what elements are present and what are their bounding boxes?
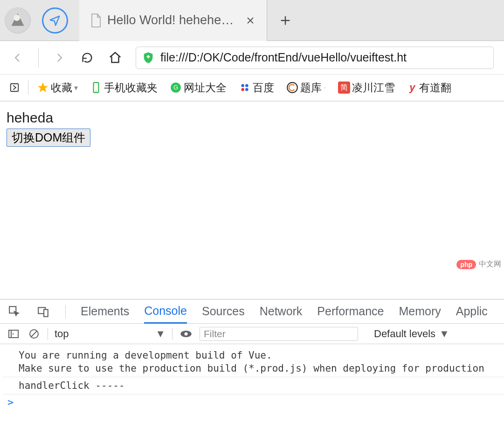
tab-performance[interactable]: Performance (317, 299, 384, 324)
bookmark-ling[interactable]: 简 凌川江雪 (334, 79, 399, 96)
tab-title: Hello World! heheheheh (107, 13, 238, 27)
filter-input[interactable]: Filter (200, 327, 358, 341)
brand-badge: php 中文网 (456, 259, 501, 269)
bookmark-baidu[interactable]: 百度 (235, 79, 278, 96)
bookmark-youdao[interactable]: y 有道翻 (403, 79, 455, 96)
browser-nav-bar: file:///D:/OK/Code/frontEnd/vueHello/vue… (0, 41, 504, 75)
device-toggle-icon[interactable] (36, 305, 50, 319)
divider (65, 305, 66, 318)
bookmark-toggle-icon[interactable] (6, 81, 23, 94)
bookmark-label: 百度 (253, 81, 274, 95)
shield-icon (142, 51, 155, 64)
svg-rect-2 (11, 84, 19, 92)
browser-tab-strip: Hello World! heheheheh (0, 0, 504, 41)
tab-console[interactable]: Console (144, 299, 187, 324)
topic-icon (286, 81, 298, 94)
context-selector[interactable]: top ▼ (55, 328, 166, 340)
console-toolbar: top ▼ Filter Default levels ▼ (0, 324, 504, 344)
brand-pill: php (456, 260, 476, 269)
location-arrow-icon[interactable] (42, 7, 68, 34)
console-line: You are running a development build of V… (3, 349, 504, 362)
bookmark-label: 收藏 (51, 81, 72, 95)
bookmark-label: 网址大全 (184, 81, 227, 95)
browser-tab[interactable]: Hello World! heheheheh (79, 0, 267, 41)
bookmark-topic[interactable]: 题库 - (283, 79, 330, 96)
bookmark-mobile[interactable]: 手机收藏夹 (86, 79, 161, 96)
profile-avatar[interactable] (5, 7, 31, 34)
inspect-icon[interactable] (7, 305, 21, 319)
chevron-down-icon: ▾ (74, 83, 78, 92)
svg-text:G: G (173, 84, 178, 91)
tab-network[interactable]: Network (260, 299, 303, 324)
console-line: Make sure to use the production build (*… (3, 362, 504, 375)
globe-icon: G (170, 81, 182, 94)
log-levels-selector[interactable]: Default levels ▼ (374, 328, 449, 340)
svg-point-8 (245, 84, 249, 87)
toggle-dom-button[interactable]: 切换DOM组件 (7, 129, 90, 147)
page-text: heheda (7, 110, 497, 126)
toggle-sidebar-icon[interactable] (7, 327, 21, 341)
svg-rect-14 (44, 309, 48, 316)
divider (38, 48, 39, 68)
bookmark-label: 题库 (300, 81, 322, 95)
devtools: Elements Console Sources Network Perform… (0, 299, 504, 421)
console-prompt[interactable]: > (3, 394, 504, 410)
brand-text: 中文网 (479, 259, 501, 269)
chevron-down-icon: ▼ (439, 328, 449, 340)
tab-sources[interactable]: Sources (202, 299, 245, 324)
divider (172, 328, 173, 340)
console-output: You are running a development build of V… (0, 344, 504, 421)
tab-elements[interactable]: Elements (81, 299, 129, 324)
bookmark-label: 有道翻 (419, 81, 451, 95)
clear-console-icon[interactable] (27, 327, 41, 341)
forward-button[interactable] (52, 50, 67, 65)
svg-point-7 (241, 84, 244, 87)
tab-memory[interactable]: Memory (399, 299, 441, 324)
devtools-tabs: Elements Console Sources Network Perform… (0, 299, 504, 324)
divider (48, 328, 48, 340)
bookmarks-bar: 收藏 ▾ 手机收藏夹 G 网址大全 百度 题库 - 简 凌川江雪 y 有道翻 (0, 75, 504, 102)
star-icon (37, 81, 49, 94)
url-text: file:///D:/OK/Code/frontEnd/vueHello/vue… (160, 51, 407, 64)
svg-point-9 (241, 88, 244, 91)
divider (28, 81, 28, 95)
console-line: handlerClick ----- (3, 379, 504, 392)
favorites-menu[interactable]: 收藏 ▾ (33, 79, 82, 96)
phone-icon (90, 81, 102, 94)
bookmark-directory[interactable]: G 网址大全 (166, 79, 230, 96)
reload-button[interactable] (80, 50, 95, 65)
baidu-icon (239, 81, 251, 94)
svg-point-10 (245, 88, 249, 91)
svg-point-18 (185, 332, 188, 335)
console-block: You are running a development build of V… (3, 347, 504, 377)
context-label: top (55, 328, 69, 340)
bookmark-label: 凌川江雪 (352, 81, 395, 95)
tab-application[interactable]: Applic (456, 299, 488, 324)
live-expression-icon[interactable] (179, 327, 193, 341)
filter-placeholder: Filter (204, 328, 226, 340)
jian-icon: 简 (338, 81, 350, 94)
chevron-down-icon: ▼ (155, 328, 166, 340)
url-bar[interactable]: file:///D:/OK/Code/frontEnd/vueHello/vue… (136, 47, 494, 69)
page-content: heheda 切换DOM组件 php 中文网 (0, 102, 504, 299)
svg-point-4 (96, 91, 97, 92)
svg-point-1 (14, 14, 20, 21)
bookmark-label: 手机收藏夹 (104, 81, 158, 95)
new-tab-button[interactable] (276, 12, 294, 29)
close-icon[interactable] (243, 14, 257, 27)
levels-label: Default levels (374, 328, 435, 340)
home-button[interactable] (108, 50, 123, 65)
back-button[interactable] (10, 50, 25, 65)
file-icon (90, 14, 102, 27)
youdao-icon: y (407, 82, 417, 93)
console-block: handlerClick ----- (3, 377, 504, 394)
